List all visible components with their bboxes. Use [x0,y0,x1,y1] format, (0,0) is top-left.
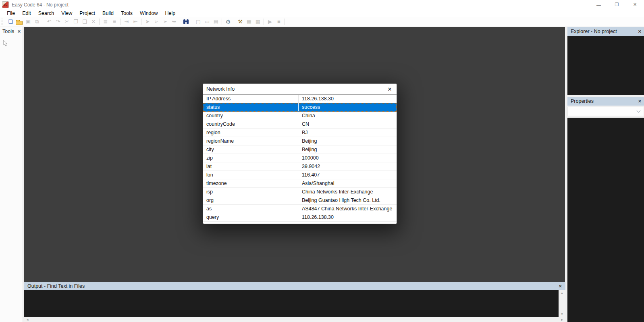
copy-icon[interactable]: ❐ [71,18,80,26]
network-info-row[interactable]: region BJ [203,129,397,137]
network-info-row[interactable]: query 118.26.138.30 [203,213,397,222]
properties-list-area [567,118,644,322]
properties-object-select[interactable] [567,107,644,116]
save-icon[interactable]: ▣ [24,18,33,26]
row-value-cell: 116.407 [299,171,397,179]
menu-item[interactable]: Search [35,10,58,16]
tools-panel-body [0,36,23,48]
row-value-cell: Beijing [299,137,397,145]
indent-icon[interactable]: ⇥ [122,18,131,26]
rebuild-icon[interactable]: ▩ [253,18,262,26]
menu-item[interactable]: View [58,10,76,16]
network-info-row[interactable]: isp China Networks Inter-Exchange [203,188,397,196]
header-value-cell: 118.26.138.30 [299,95,397,103]
network-info-row[interactable]: city Beijing [203,145,397,154]
menu-item[interactable]: Window [136,10,161,16]
tools-panel-title: Tools [2,29,14,34]
row-key-cell: isp [203,188,299,196]
bookmark-clear-icon[interactable]: ➥ [170,18,179,26]
scroll-left-icon[interactable]: ◄ [26,318,29,322]
paste-icon[interactable]: ❑ [80,18,89,26]
cut-icon[interactable]: ✂ [62,18,71,26]
menu-item[interactable]: Help [162,10,179,16]
scroll-right-icon[interactable]: ► [561,318,564,322]
close-icon[interactable]: ✕ [559,284,562,289]
goto-line-icon[interactable]: ≡ [110,18,119,26]
new-file-icon[interactable]: ❏ [6,18,15,26]
output-vertical-scrollbar[interactable]: ▲ ▼ [559,290,565,317]
menu-item[interactable]: Tools [117,10,136,16]
toolbar-separator [262,18,266,26]
outline-icon[interactable]: ≣ [101,18,110,26]
row-key-cell: query [203,213,299,221]
network-info-row[interactable]: org Beijing Guantao High Tech Co. Ltd. [203,196,397,205]
cascade-window-icon[interactable]: ▭ [203,18,212,26]
row-key-cell: org [203,196,299,204]
scroll-up-icon[interactable]: ▲ [561,291,564,295]
bookmark-prev-icon[interactable]: ➣ [161,18,170,26]
close-icon[interactable]: ✕ [638,99,642,104]
toolbar-grip[interactable] [2,19,4,25]
find-in-files-icon[interactable] [182,18,191,26]
menu-item[interactable]: Build [99,10,117,16]
menu-item[interactable]: Edit [19,10,35,16]
network-info-row[interactable]: lon 116.407 [203,171,397,179]
network-info-row[interactable]: lat 39.9042 [203,162,397,171]
toolbar-items: ❏▣⧉↶↷✂❐❑✕≣≡⇥⇤➤➢➣➥▢▭▤⚙⚒▦▩▶■ [6,18,287,26]
restore-button[interactable]: ❐ [608,0,626,9]
network-info-row[interactable]: status success [203,103,397,112]
new-window-icon[interactable]: ▢ [194,18,203,26]
cursor-tool-icon[interactable] [3,41,8,48]
close-icon[interactable]: ✕ [638,29,642,34]
stop-icon[interactable]: ■ [274,18,283,26]
network-info-row[interactable]: timezone Asia/Shanghai [203,179,397,188]
bookmark-toggle-icon[interactable]: ➤ [143,18,152,26]
network-info-row[interactable]: countryCode CN [203,120,397,129]
output-panel-title: Output - Find Text in Files [27,283,85,289]
row-key-cell: timezone [203,179,299,187]
toolbar-separator [283,18,287,26]
scroll-down-icon[interactable]: ▼ [561,312,564,316]
toolbar-separator [191,18,194,26]
outdent-icon[interactable]: ⇤ [131,18,140,26]
build-icon[interactable]: ▦ [245,18,253,26]
delete-icon[interactable]: ✕ [89,18,98,26]
row-value-cell: CN [299,120,397,128]
minimize-button[interactable]: — [590,0,608,9]
compile-icon[interactable]: ⚒ [236,18,245,26]
row-value-cell: BJ [299,129,397,137]
network-info-row[interactable]: country China [203,112,397,120]
network-info-header-row[interactable]: IP Address 118.26.138.30 [203,95,397,103]
network-info-row[interactable]: as AS4847 China Networks Inter-Exchange [203,205,397,213]
menubar: FileEditSearchViewProjectBuildToolsWindo… [0,9,644,17]
redo-icon[interactable]: ↷ [54,18,62,26]
options-icon[interactable]: ⚙ [224,18,233,26]
output-horizontal-scrollbar[interactable]: ◄ ► [24,317,565,322]
open-folder-icon[interactable] [15,18,24,26]
row-value-cell: China Networks Inter-Exchange [299,188,397,196]
undo-icon[interactable]: ↶ [45,18,54,26]
toolbar-separator [140,18,143,26]
row-key-cell: zip [203,154,299,162]
bookmark-next-icon[interactable]: ➢ [152,18,161,26]
row-key-cell: status [203,103,299,111]
run-icon[interactable]: ▶ [266,18,274,26]
network-info-row[interactable]: zip 100000 [203,154,397,162]
tools-panel: Tools ✕ [0,27,23,322]
tools-panel-header: Tools ✕ [0,27,23,36]
document-icon[interactable]: ▤ [212,18,220,26]
dialog-titlebar[interactable]: Network Info ✕ [203,84,397,95]
chevron-down-icon [637,109,641,113]
save-all-icon[interactable]: ⧉ [33,18,42,26]
close-button[interactable]: ✕ [626,0,644,9]
row-value-cell: AS4847 China Networks Inter-Exchange [299,205,397,213]
menu-item[interactable]: Project [76,10,99,16]
row-value-cell: Beijing [299,145,397,154]
menu-item[interactable]: File [3,10,19,16]
dialog-close-icon[interactable]: ✕ [383,86,397,92]
dialog-title: Network Info [206,86,235,92]
close-icon[interactable]: ✕ [17,29,21,34]
row-key-cell: city [203,145,299,154]
network-info-row[interactable]: regionName Beijing [203,137,397,145]
right-panel-column: Explorer - No project ✕ Properties ✕ [567,27,644,322]
